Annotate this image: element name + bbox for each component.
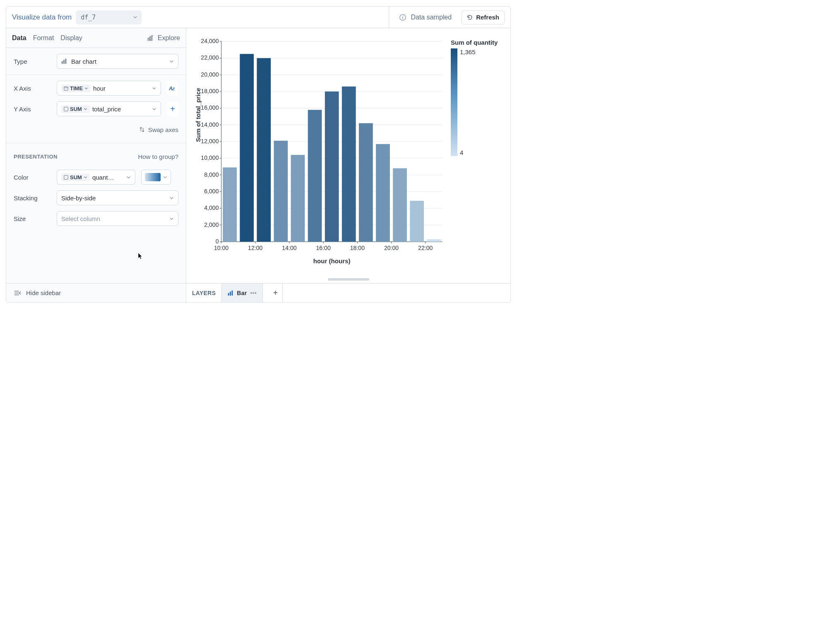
svg-text:20,000: 20,000 — [201, 71, 219, 78]
svg-rect-3 — [148, 38, 149, 41]
sum-icon — [64, 107, 68, 111]
tab-data[interactable]: Data — [12, 34, 26, 42]
dataframe-select[interactable]: df_7 — [76, 10, 142, 24]
refresh-button[interactable]: Refresh — [462, 10, 505, 24]
layers-header: LAYERS — [192, 290, 216, 296]
xaxis-agg-pill[interactable]: TIME — [61, 84, 91, 92]
color-field-select[interactable]: SUM quant… — [57, 170, 135, 185]
svg-rect-15 — [64, 175, 68, 179]
title-label: Visualize data from — [12, 13, 72, 22]
svg-text:22,000: 22,000 — [201, 54, 219, 61]
svg-rect-66 — [325, 91, 339, 242]
svg-rect-2 — [403, 17, 403, 19]
bar-chart-icon — [61, 58, 67, 64]
svg-text:+: + — [152, 35, 154, 37]
svg-text:12:00: 12:00 — [248, 245, 262, 251]
bar-chart[interactable]: 02,0004,0006,0008,00010,00012,00014,0001… — [192, 37, 451, 275]
svg-rect-70 — [393, 168, 407, 242]
chart-type-select[interactable]: Bar chart — [57, 54, 178, 69]
chevron-down-icon — [126, 175, 131, 180]
svg-point-1 — [403, 15, 404, 16]
add-layer-button[interactable]: + — [269, 284, 283, 303]
config-sidebar: Data Format Display + Explore Type — [6, 28, 186, 302]
svg-text:8,000: 8,000 — [204, 171, 219, 178]
svg-rect-71 — [410, 201, 424, 242]
xaxis-sort-button[interactable]: AZ — [167, 81, 178, 96]
svg-text:20:00: 20:00 — [384, 245, 399, 251]
svg-rect-4 — [149, 36, 150, 40]
legend-title: Sum of quantity — [451, 39, 505, 46]
svg-text:16:00: 16:00 — [316, 245, 330, 251]
presentation-header: PRESENTATION — [14, 154, 58, 160]
chevron-down-icon — [133, 15, 137, 19]
yaxis-field: total_price — [92, 106, 149, 113]
svg-rect-64 — [291, 155, 305, 242]
how-to-group-link[interactable]: How to group? — [138, 153, 178, 160]
color-field-value: quant… — [92, 174, 124, 181]
tab-display[interactable]: Display — [60, 34, 82, 42]
svg-rect-89 — [230, 291, 231, 296]
explore-label: Explore — [158, 34, 180, 42]
svg-rect-10 — [64, 87, 68, 90]
size-select[interactable]: Select column — [57, 211, 178, 226]
svg-rect-60 — [223, 168, 237, 242]
color-label: Color — [14, 174, 51, 181]
chart-scrollbar[interactable] — [328, 278, 369, 281]
swap-axes-button[interactable]: Swap axes — [14, 122, 178, 137]
chevron-down-icon — [169, 196, 174, 200]
hide-sidebar-label: Hide sidebar — [26, 289, 61, 296]
xaxis-label: X Axis — [14, 85, 51, 92]
svg-text:6,000: 6,000 — [204, 188, 219, 195]
svg-rect-69 — [376, 144, 390, 242]
svg-text:24,000: 24,000 — [201, 38, 219, 44]
svg-text:Z: Z — [172, 87, 175, 91]
svg-text:16,000: 16,000 — [201, 104, 219, 111]
chart-type-value: Bar chart — [71, 58, 167, 65]
svg-text:10,000: 10,000 — [201, 154, 219, 161]
layer-chip-bar[interactable]: Bar ••• — [221, 284, 263, 303]
data-sampled-badge: Data sampled — [389, 7, 462, 28]
refresh-label: Refresh — [476, 14, 499, 21]
refresh-icon — [467, 14, 473, 20]
yaxis-agg-pill[interactable]: SUM — [61, 105, 90, 113]
chevron-down-icon — [152, 107, 156, 111]
hide-sidebar-button[interactable]: Hide sidebar — [6, 283, 186, 302]
yaxis-label: Y Axis — [14, 106, 51, 113]
svg-text:10:00: 10:00 — [214, 245, 228, 251]
svg-rect-65 — [308, 110, 322, 242]
svg-text:14,000: 14,000 — [201, 121, 219, 128]
layer-chip-label: Bar — [237, 290, 247, 296]
svg-rect-88 — [228, 293, 229, 296]
add-yaxis-button[interactable]: + — [167, 101, 178, 116]
legend-gradient-bar — [451, 48, 457, 156]
yaxis-select[interactable]: SUM total_price — [57, 101, 161, 116]
type-label: Type — [14, 58, 51, 65]
svg-rect-61 — [240, 54, 254, 242]
svg-text:18,000: 18,000 — [201, 88, 219, 94]
tab-format[interactable]: Format — [33, 34, 54, 42]
stacking-value: Side-by-side — [61, 195, 167, 202]
svg-rect-62 — [257, 58, 271, 242]
svg-rect-14 — [64, 107, 68, 111]
data-sampled-text: Data sampled — [411, 14, 452, 21]
explore-button[interactable]: + Explore — [147, 34, 180, 42]
stacking-select[interactable]: Side-by-side — [57, 190, 178, 205]
svg-text:hour (hours): hour (hours) — [313, 257, 351, 264]
layer-menu-icon[interactable]: ••• — [250, 290, 257, 296]
legend-max: 1,365 — [460, 48, 476, 55]
chevron-down-icon — [169, 216, 174, 221]
svg-text:22:00: 22:00 — [418, 245, 433, 251]
size-label: Size — [14, 215, 51, 222]
swap-axes-label: Swap axes — [148, 126, 178, 133]
dataframe-name: df_7 — [81, 14, 96, 21]
svg-rect-7 — [62, 61, 63, 64]
stacking-label: Stacking — [14, 195, 51, 202]
svg-text:12,000: 12,000 — [201, 138, 219, 144]
xaxis-select[interactable]: TIME hour — [57, 81, 161, 96]
color-gradient-select[interactable] — [141, 170, 171, 185]
chevron-down-icon — [152, 86, 156, 91]
color-legend: Sum of quantity 1,365 4 — [451, 37, 505, 275]
swap-icon — [139, 127, 145, 132]
color-agg-pill[interactable]: SUM — [61, 173, 90, 181]
svg-rect-68 — [359, 123, 373, 242]
